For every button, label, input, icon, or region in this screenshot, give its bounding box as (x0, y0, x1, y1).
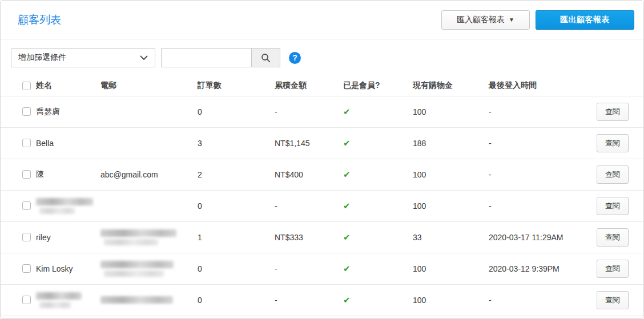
cell-name: Bella (36, 127, 100, 159)
column-header-last-login: 最後登入時間 (489, 76, 583, 96)
column-header-credit: 現有購物金 (413, 76, 489, 96)
cell-name: riley (36, 221, 100, 253)
cell-name: 喬瑟膚 (36, 96, 100, 127)
search-icon (261, 53, 271, 63)
search-button[interactable] (251, 48, 280, 67)
table-row: Kim Losky 0 - ✔ 100 2020-03-12 9:39PM 查閱 (1, 253, 644, 284)
cell-orders: 2 (198, 159, 275, 190)
cell-orders: 0 (198, 284, 275, 316)
export-report-button[interactable]: 匯出顧客報表 (536, 10, 634, 30)
customer-list-panel: 顧客列表 匯入顧客報表 ▼ 匯出顧客報表 增加篩選條件 (0, 0, 644, 319)
row-checkbox[interactable] (22, 233, 31, 241)
row-checkbox[interactable] (22, 201, 31, 210)
cell-email (100, 96, 198, 127)
redacted-text (100, 261, 174, 268)
cell-credit: 188 (413, 127, 489, 159)
cell-name (36, 190, 100, 221)
cell-credit: 33 (413, 221, 489, 253)
cell-amount: - (275, 284, 343, 316)
column-header-member: 已是會員? (343, 76, 413, 96)
cell-amount: NT$400 (275, 159, 343, 190)
search-group (161, 48, 280, 67)
cell-credit: 100 (413, 159, 489, 190)
cell-last-login: - (489, 284, 583, 316)
table-row: 陳 abc@gmail.com 2 NT$400 ✔ 100 - 查閱 (1, 159, 644, 190)
filter-bar: 增加篩選條件 ? (1, 39, 643, 76)
view-button[interactable]: 查閱 (597, 197, 629, 215)
table-row: 0 - ✔ 100 - 查閱 (1, 190, 644, 221)
cell-member: ✔ (343, 253, 413, 284)
member-check-icon: ✔ (343, 201, 351, 211)
cell-amount: - (275, 96, 343, 127)
cell-email (100, 284, 198, 316)
redacted-text (100, 296, 173, 304)
member-check-icon: ✔ (343, 107, 351, 116)
row-checkbox[interactable] (22, 264, 31, 273)
help-icon[interactable]: ? (289, 52, 301, 64)
cell-name: 陳 (36, 159, 100, 190)
column-header-action (583, 76, 644, 96)
cell-member: ✔ (343, 221, 413, 253)
view-button[interactable]: 查閱 (597, 134, 629, 152)
row-checkbox[interactable] (22, 107, 31, 116)
view-button[interactable]: 查閱 (597, 165, 629, 184)
page-title: 顧客列表 (18, 13, 61, 27)
cell-amount: NT$333 (275, 221, 343, 253)
member-check-icon: ✔ (343, 138, 351, 148)
cell-orders: 0 (198, 96, 275, 127)
customer-table: 姓名 電郵 訂單數 累積金額 已是會員? 現有購物金 最後登入時間 喬瑟膚 0 … (1, 76, 644, 316)
cell-member: ✔ (343, 190, 413, 221)
row-checkbox[interactable] (22, 170, 31, 179)
redacted-text (36, 198, 93, 205)
cell-credit: 100 (413, 96, 489, 127)
cell-orders: 1 (198, 221, 275, 253)
cell-email (100, 127, 198, 159)
add-filter-dropdown[interactable]: 增加篩選條件 (11, 48, 155, 67)
member-check-icon: ✔ (343, 169, 351, 179)
panel-header: 顧客列表 匯入顧客報表 ▼ 匯出顧客報表 (1, 1, 643, 39)
cell-amount: - (275, 253, 343, 284)
row-checkbox[interactable] (22, 139, 31, 147)
row-checkbox[interactable] (22, 296, 31, 304)
import-report-label: 匯入顧客報表 (457, 15, 505, 25)
cell-credit: 100 (413, 284, 489, 316)
redacted-text (39, 302, 71, 308)
add-filter-dropdown-value: 增加篩選條件 (18, 53, 66, 63)
redacted-text (104, 239, 158, 245)
redacted-text (100, 229, 176, 237)
cell-amount: - (275, 190, 343, 221)
cell-orders: 0 (198, 190, 275, 221)
table-row: 喬瑟膚 0 - ✔ 100 - 查閱 (1, 96, 644, 127)
cell-member: ✔ (343, 159, 413, 190)
redacted-text (104, 270, 164, 277)
view-button[interactable]: 查閱 (597, 103, 629, 121)
cell-last-login: - (489, 96, 583, 127)
cell-last-login: - (489, 159, 583, 190)
cell-credit: 100 (413, 190, 489, 221)
search-input[interactable] (161, 48, 251, 67)
cell-email (100, 190, 198, 221)
view-button[interactable]: 查閱 (597, 260, 629, 278)
member-check-icon: ✔ (343, 232, 351, 242)
column-header-email: 電郵 (100, 76, 198, 96)
view-button[interactable]: 查閱 (597, 228, 629, 247)
table-row: 0 - ✔ 100 - 查閱 (1, 284, 644, 316)
import-report-button[interactable]: 匯入顧客報表 ▼ (441, 10, 530, 30)
member-check-icon: ✔ (343, 295, 351, 305)
cell-credit: 100 (413, 253, 489, 284)
cell-last-login: - (489, 127, 583, 159)
cell-name: Kim Losky (36, 253, 100, 284)
cell-member: ✔ (343, 284, 413, 316)
redacted-text (39, 208, 75, 214)
cell-orders: 0 (198, 253, 275, 284)
cell-email (100, 221, 198, 253)
select-all-checkbox[interactable] (22, 82, 31, 90)
cell-email: abc@gmail.com (100, 159, 198, 190)
column-header-amount: 累積金額 (275, 76, 343, 96)
cell-last-login: - (489, 190, 583, 221)
member-check-icon: ✔ (343, 264, 351, 273)
table-row: riley 1 NT$333 ✔ 33 2020-03-17 11:29AM 查… (1, 221, 644, 253)
chevron-down-icon (140, 55, 148, 60)
table-row: Bella 3 NT$1,145 ✔ 188 - 查閱 (1, 127, 644, 159)
view-button[interactable]: 查閱 (597, 291, 629, 309)
